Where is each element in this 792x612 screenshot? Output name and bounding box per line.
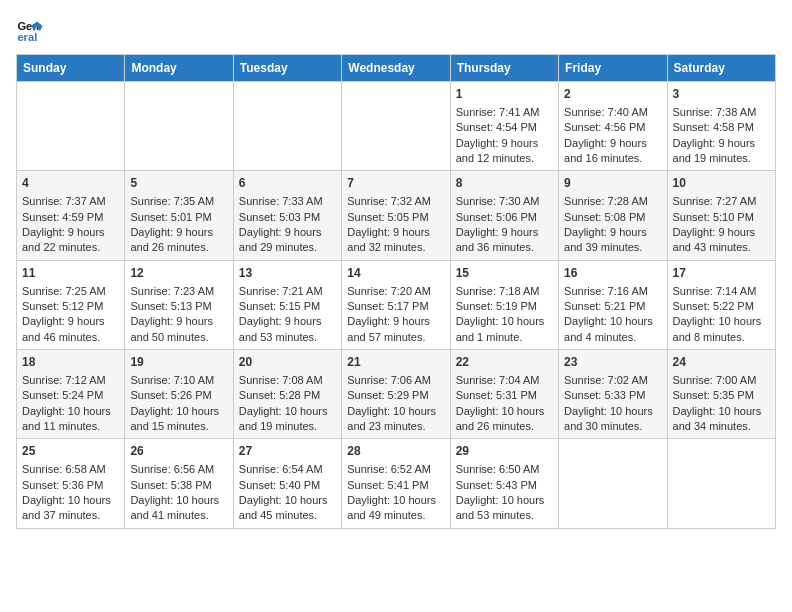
calendar-cell: 29Sunrise: 6:50 AMSunset: 5:43 PMDayligh…	[450, 439, 558, 528]
header-cell-thursday: Thursday	[450, 55, 558, 82]
week-row-3: 11Sunrise: 7:25 AMSunset: 5:12 PMDayligh…	[17, 260, 776, 349]
calendar-cell: 10Sunrise: 7:27 AMSunset: 5:10 PMDayligh…	[667, 171, 775, 260]
cell-content: Sunset: 5:36 PM	[22, 478, 119, 493]
calendar-cell: 27Sunrise: 6:54 AMSunset: 5:40 PMDayligh…	[233, 439, 341, 528]
cell-content: Sunset: 5:12 PM	[22, 299, 119, 314]
cell-content: and 36 minutes.	[456, 240, 553, 255]
cell-content: and 19 minutes.	[239, 419, 336, 434]
day-number: 6	[239, 175, 336, 192]
cell-content: Sunrise: 7:32 AM	[347, 194, 444, 209]
calendar-cell	[233, 82, 341, 171]
cell-content: Sunrise: 7:25 AM	[22, 284, 119, 299]
cell-content: Sunset: 5:10 PM	[673, 210, 770, 225]
cell-content: Daylight: 10 hours	[22, 493, 119, 508]
cell-content: Sunset: 5:41 PM	[347, 478, 444, 493]
cell-content: and 15 minutes.	[130, 419, 227, 434]
cell-content: and 41 minutes.	[130, 508, 227, 523]
cell-content: Sunset: 5:15 PM	[239, 299, 336, 314]
day-number: 18	[22, 354, 119, 371]
cell-content: Sunset: 5:08 PM	[564, 210, 661, 225]
cell-content: Sunset: 5:01 PM	[130, 210, 227, 225]
day-number: 2	[564, 86, 661, 103]
day-number: 5	[130, 175, 227, 192]
cell-content: Daylight: 10 hours	[673, 314, 770, 329]
cell-content: and 43 minutes.	[673, 240, 770, 255]
cell-content: Sunrise: 7:06 AM	[347, 373, 444, 388]
cell-content: Daylight: 9 hours	[673, 225, 770, 240]
cell-content: Sunrise: 7:04 AM	[456, 373, 553, 388]
cell-content: Sunset: 5:35 PM	[673, 388, 770, 403]
day-number: 15	[456, 265, 553, 282]
day-number: 27	[239, 443, 336, 460]
calendar-cell: 12Sunrise: 7:23 AMSunset: 5:13 PMDayligh…	[125, 260, 233, 349]
cell-content: Daylight: 9 hours	[22, 225, 119, 240]
cell-content: Sunrise: 7:21 AM	[239, 284, 336, 299]
calendar-cell: 4Sunrise: 7:37 AMSunset: 4:59 PMDaylight…	[17, 171, 125, 260]
day-number: 14	[347, 265, 444, 282]
header-cell-friday: Friday	[559, 55, 667, 82]
day-number: 22	[456, 354, 553, 371]
cell-content: Sunrise: 7:35 AM	[130, 194, 227, 209]
header-row: SundayMondayTuesdayWednesdayThursdayFrid…	[17, 55, 776, 82]
cell-content: and 1 minute.	[456, 330, 553, 345]
day-number: 16	[564, 265, 661, 282]
cell-content: and 26 minutes.	[456, 419, 553, 434]
week-row-2: 4Sunrise: 7:37 AMSunset: 4:59 PMDaylight…	[17, 171, 776, 260]
calendar-cell: 14Sunrise: 7:20 AMSunset: 5:17 PMDayligh…	[342, 260, 450, 349]
day-number: 19	[130, 354, 227, 371]
cell-content: Daylight: 9 hours	[130, 314, 227, 329]
header: Gen eral	[16, 16, 776, 44]
cell-content: Sunset: 5:22 PM	[673, 299, 770, 314]
calendar-cell: 22Sunrise: 7:04 AMSunset: 5:31 PMDayligh…	[450, 350, 558, 439]
cell-content: Sunrise: 7:27 AM	[673, 194, 770, 209]
day-number: 10	[673, 175, 770, 192]
cell-content: and 4 minutes.	[564, 330, 661, 345]
cell-content: and 26 minutes.	[130, 240, 227, 255]
cell-content: Sunrise: 6:52 AM	[347, 462, 444, 477]
cell-content: Sunset: 5:24 PM	[22, 388, 119, 403]
cell-content: Sunrise: 7:20 AM	[347, 284, 444, 299]
day-number: 28	[347, 443, 444, 460]
day-number: 26	[130, 443, 227, 460]
cell-content: and 30 minutes.	[564, 419, 661, 434]
cell-content: Sunset: 5:38 PM	[130, 478, 227, 493]
cell-content: Daylight: 10 hours	[239, 493, 336, 508]
day-number: 11	[22, 265, 119, 282]
calendar-cell: 26Sunrise: 6:56 AMSunset: 5:38 PMDayligh…	[125, 439, 233, 528]
cell-content: Sunrise: 7:10 AM	[130, 373, 227, 388]
cell-content: Daylight: 10 hours	[456, 493, 553, 508]
header-cell-monday: Monday	[125, 55, 233, 82]
calendar-cell	[125, 82, 233, 171]
cell-content: Daylight: 10 hours	[130, 493, 227, 508]
cell-content: Sunset: 4:59 PM	[22, 210, 119, 225]
cell-content: Sunrise: 7:00 AM	[673, 373, 770, 388]
day-number: 24	[673, 354, 770, 371]
day-number: 23	[564, 354, 661, 371]
calendar-cell	[559, 439, 667, 528]
cell-content: Daylight: 10 hours	[130, 404, 227, 419]
cell-content: Sunrise: 7:23 AM	[130, 284, 227, 299]
cell-content: Sunrise: 7:38 AM	[673, 105, 770, 120]
cell-content: and 32 minutes.	[347, 240, 444, 255]
cell-content: Sunrise: 6:56 AM	[130, 462, 227, 477]
header-cell-tuesday: Tuesday	[233, 55, 341, 82]
cell-content: Sunrise: 7:37 AM	[22, 194, 119, 209]
cell-content: Daylight: 9 hours	[239, 225, 336, 240]
calendar-cell	[667, 439, 775, 528]
calendar-cell	[342, 82, 450, 171]
cell-content: Daylight: 9 hours	[673, 136, 770, 151]
cell-content: Sunset: 5:43 PM	[456, 478, 553, 493]
logo: Gen eral	[16, 16, 48, 44]
day-number: 7	[347, 175, 444, 192]
calendar-cell: 20Sunrise: 7:08 AMSunset: 5:28 PMDayligh…	[233, 350, 341, 439]
calendar-cell: 5Sunrise: 7:35 AMSunset: 5:01 PMDaylight…	[125, 171, 233, 260]
day-number: 20	[239, 354, 336, 371]
calendar-cell: 6Sunrise: 7:33 AMSunset: 5:03 PMDaylight…	[233, 171, 341, 260]
cell-content: Sunset: 5:28 PM	[239, 388, 336, 403]
cell-content: Daylight: 9 hours	[564, 225, 661, 240]
day-number: 29	[456, 443, 553, 460]
calendar-cell: 24Sunrise: 7:00 AMSunset: 5:35 PMDayligh…	[667, 350, 775, 439]
cell-content: and 45 minutes.	[239, 508, 336, 523]
cell-content: Sunset: 4:56 PM	[564, 120, 661, 135]
cell-content: Daylight: 9 hours	[456, 136, 553, 151]
